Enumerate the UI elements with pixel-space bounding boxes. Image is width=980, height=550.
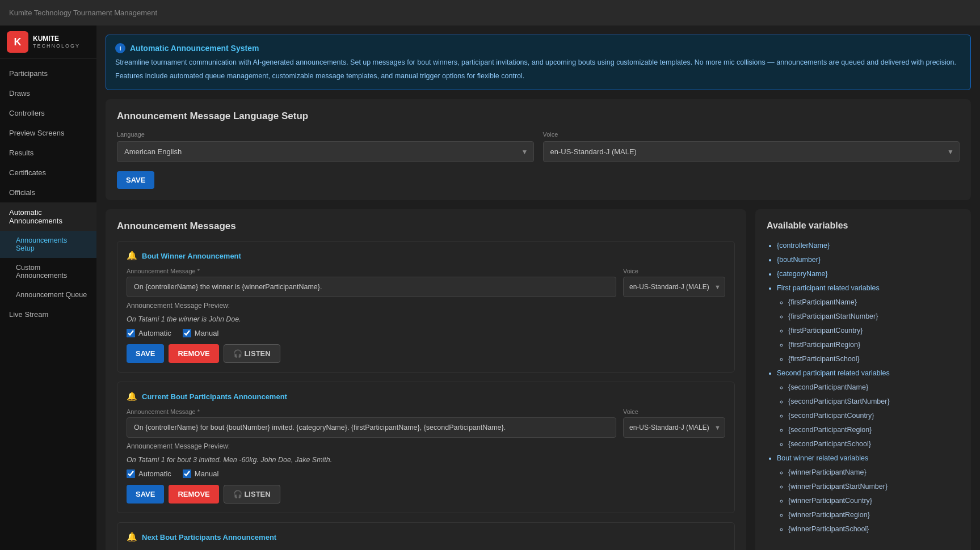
- current-bout-message-input[interactable]: [127, 417, 616, 438]
- language-select[interactable]: American English British English Spanish…: [117, 141, 534, 162]
- bout-winner-checkbox-row: Automatic Manual: [127, 329, 725, 337]
- sidebar: K KUMITE TECHNOLOGY Participants Draws C…: [0, 26, 96, 550]
- bout-winner-manual-label[interactable]: Manual: [183, 329, 219, 337]
- current-bout-manual-checkbox[interactable]: [183, 469, 191, 478]
- sidebar-item-participants[interactable]: Participants: [0, 64, 96, 83]
- bout-winner-preview-label: Announcement Message Preview:: [127, 302, 725, 310]
- var-firstParticipantStartNumber: {firstParticipantStartNumber}: [788, 310, 960, 324]
- content-layout: Announcement Messages 🔔 Bout Winner Anno…: [106, 209, 971, 550]
- announcement-messages-panel: Announcement Messages 🔔 Bout Winner Anno…: [106, 209, 746, 550]
- var-winnerParticipantStartNumber: {winnerParticipantStartNumber}: [788, 480, 960, 494]
- sidebar-item-draws[interactable]: Draws: [0, 83, 96, 103]
- sidebar-item-officials[interactable]: Officials: [0, 183, 96, 202]
- sidebar-nav: Participants Draws Controllers Preview S…: [0, 59, 96, 550]
- sidebar-item-announcements-setup[interactable]: Announcements Setup: [0, 231, 96, 258]
- var-firstParticipantSchool: {firstParticipantSchool}: [788, 352, 960, 366]
- bout-winner-voice-label: Voice: [623, 268, 725, 274]
- info-icon: i: [115, 43, 125, 53]
- sidebar-item-custom-announcements[interactable]: Custom Announcements: [0, 258, 96, 285]
- current-bout-voice-select[interactable]: en-US-Standard-J (MALE): [623, 417, 725, 438]
- var-firstParticipantRegion: {firstParticipantRegion}: [788, 338, 960, 352]
- top-bar-text: Kumite Technology Tournament Management: [9, 9, 157, 17]
- current-bout-listen-button[interactable]: 🎧 LISTEN: [224, 485, 280, 504]
- available-variables-panel: Available variables {controllerName} {bo…: [755, 209, 971, 550]
- info-banner: i Automatic Announcement System Streamli…: [106, 35, 971, 90]
- bout-winner-save-button[interactable]: SAVE: [127, 344, 164, 363]
- voice-label: Voice: [543, 131, 960, 138]
- current-bout-save-button[interactable]: SAVE: [127, 485, 164, 504]
- bout-winner-voice-wrap: en-US-Standard-J (MALE) ▼: [623, 277, 725, 297]
- current-bout-voice-label: Voice: [623, 408, 725, 415]
- current-bout-voice-group: Voice en-US-Standard-J (MALE) ▼: [623, 408, 725, 438]
- var-controllerName: {controllerName}: [777, 239, 960, 253]
- var-boutNumber: {boutNumber}: [777, 253, 960, 267]
- var-firstParticipantCountry: {firstParticipantCountry}: [788, 324, 960, 338]
- info-banner-line1: Streamline tournament communication with…: [115, 57, 961, 68]
- variables-title: Available variables: [767, 221, 960, 231]
- bout-winner-header: 🔔 Bout Winner Announcement: [127, 251, 725, 261]
- sidebar-item-automatic-announcements[interactable]: Automatic Announcements: [0, 202, 96, 231]
- current-bout-preview-text: On Tatami 1 for bout 3 invited. Men -60k…: [127, 456, 725, 464]
- bout-winner-manual-checkbox[interactable]: [183, 329, 191, 337]
- variables-list: {controllerName} {boutNumber} {categoryN…: [767, 239, 960, 536]
- second-participant-vars: {secondParticipantName} {secondParticipa…: [777, 380, 960, 451]
- language-save-button[interactable]: SAVE: [117, 171, 154, 189]
- first-participant-vars: {firstParticipantName} {firstParticipant…: [777, 295, 960, 366]
- current-bout-automatic-checkbox[interactable]: [127, 469, 135, 478]
- bout-winner-message-label: Announcement Message *: [127, 268, 616, 274]
- bell-icon-3: 🔔: [127, 532, 137, 542]
- current-bout-automatic-label[interactable]: Automatic: [127, 469, 171, 478]
- bout-winner-block: 🔔 Bout Winner Announcement Announcement …: [117, 241, 735, 373]
- var-secondParticipantName: {secondParticipantName}: [788, 380, 960, 395]
- current-bout-message-row: Announcement Message * Voice en-US-Stand…: [127, 408, 725, 438]
- var-secondParticipantStartNumber: {secondParticipantStartNumber}: [788, 395, 960, 409]
- winner-participant-vars: {winnerParticipantName} {winnerParticipa…: [777, 466, 960, 536]
- language-select-wrapper: American English British English Spanish…: [117, 141, 534, 162]
- language-label: Language: [117, 131, 534, 138]
- bout-winner-automatic-label[interactable]: Automatic: [127, 329, 171, 337]
- sidebar-item-live-stream[interactable]: Live Stream: [0, 304, 96, 324]
- var-firstParticipantName: {firstParticipantName}: [788, 295, 960, 310]
- sidebar-item-certificates[interactable]: Certificates: [0, 163, 96, 183]
- current-bout-manual-label[interactable]: Manual: [183, 469, 219, 478]
- bout-winner-voice-group: Voice en-US-Standard-J (MALE) ▼: [623, 268, 725, 297]
- sidebar-item-results[interactable]: Results: [0, 143, 96, 163]
- language-form-row: Language American English British Englis…: [117, 131, 960, 162]
- headphone-icon-1: 🎧: [233, 349, 245, 358]
- bout-winner-automatic-checkbox[interactable]: [127, 329, 135, 337]
- var-secondParticipantCountry: {secondParticipantCountry}: [788, 409, 960, 423]
- current-bout-block: 🔔 Current Bout Participants Announcement…: [117, 382, 735, 513]
- headphone-icon-2: 🎧: [233, 490, 245, 498]
- next-bout-header: 🔔 Next Bout Participants Announcement: [127, 532, 725, 542]
- announcement-messages-title: Announcement Messages: [117, 221, 735, 232]
- sidebar-item-preview-screens[interactable]: Preview Screens: [0, 123, 96, 143]
- current-bout-voice-wrap: en-US-Standard-J (MALE) ▼: [623, 417, 725, 438]
- bout-winner-message-row: Announcement Message * Voice en-US-Stand…: [127, 268, 725, 297]
- sidebar-item-announcement-queue[interactable]: Announcement Queue: [0, 285, 96, 304]
- var-winnerParticipantCountry: {winnerParticipantCountry}: [788, 494, 960, 508]
- logo: K KUMITE TECHNOLOGY: [0, 26, 96, 59]
- bout-winner-voice-select[interactable]: en-US-Standard-J (MALE): [623, 277, 725, 297]
- current-bout-action-row: SAVE REMOVE 🎧 LISTEN: [127, 485, 725, 504]
- current-bout-checkbox-row: Automatic Manual: [127, 469, 725, 478]
- sidebar-item-controllers[interactable]: Controllers: [0, 103, 96, 123]
- logo-icon: K: [7, 31, 28, 53]
- current-bout-preview-label: Announcement Message Preview:: [127, 442, 725, 450]
- bout-winner-listen-button[interactable]: 🎧 LISTEN: [224, 344, 280, 363]
- next-bout-block: 🔔 Next Bout Participants Announcement: [117, 522, 735, 550]
- var-winnerParticipantName: {winnerParticipantName}: [788, 466, 960, 480]
- bout-winner-message-input[interactable]: [127, 277, 616, 297]
- bout-winner-remove-button[interactable]: REMOVE: [169, 344, 218, 363]
- bout-winner-preview-text: On Tatami 1 the winner is John Doe.: [127, 315, 725, 323]
- voice-select[interactable]: en-US-Standard-J (MALE) en-US-Standard-A…: [543, 141, 960, 162]
- language-group: Language American English British Englis…: [117, 131, 534, 162]
- current-bout-remove-button[interactable]: REMOVE: [169, 485, 218, 504]
- info-banner-line2: Features include automated queue managem…: [115, 70, 961, 82]
- var-secondParticipantRegion: {secondParticipantRegion}: [788, 423, 960, 437]
- var-section-second: Second participant related variables {se…: [777, 366, 960, 451]
- var-winnerParticipantRegion: {winnerParticipantRegion}: [788, 508, 960, 522]
- bell-icon-1: 🔔: [127, 251, 137, 261]
- language-setup-card: Announcement Message Language Setup Lang…: [106, 99, 971, 200]
- var-section-winner: Bout winner related variables {winnerPar…: [777, 451, 960, 536]
- logo-text: KUMITE TECHNOLOGY: [33, 35, 80, 49]
